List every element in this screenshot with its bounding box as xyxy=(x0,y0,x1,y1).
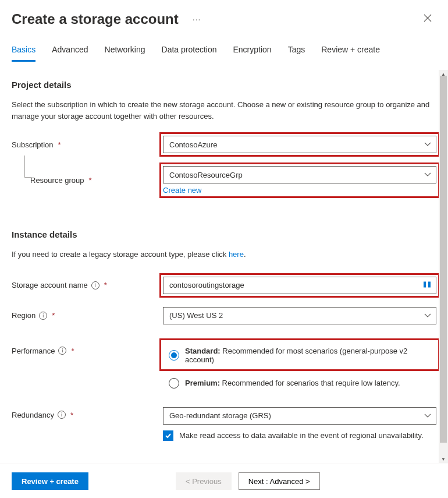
validation-icon xyxy=(423,280,431,290)
radio-unchecked-icon xyxy=(169,378,179,388)
resource-group-select[interactable]: ContosoResourceGrp xyxy=(163,166,436,183)
checkbox-checked-icon xyxy=(163,430,173,441)
tab-review-create[interactable]: Review + create xyxy=(321,40,380,62)
storage-name-label: Storage account name i * xyxy=(12,281,163,289)
legacy-here-link[interactable]: here xyxy=(229,249,244,260)
more-icon[interactable]: ··· xyxy=(193,15,201,24)
read-access-label: Make read access to data available in th… xyxy=(179,431,424,440)
info-icon[interactable]: i xyxy=(58,347,66,355)
radio-checked-icon xyxy=(169,350,179,361)
svg-rect-1 xyxy=(428,281,431,287)
scrollbar[interactable]: ▲ ▼ xyxy=(439,70,448,463)
performance-premium-radio[interactable]: Premium: Recommended for scenarios that … xyxy=(163,373,436,393)
review-create-button[interactable]: Review + create xyxy=(12,472,88,490)
tab-advanced[interactable]: Advanced xyxy=(52,40,88,62)
tree-connector-icon xyxy=(24,156,31,178)
info-icon[interactable]: i xyxy=(91,281,99,289)
tab-bar: Basics Advanced Networking Data protecti… xyxy=(0,40,448,62)
tab-encryption[interactable]: Encryption xyxy=(233,40,272,62)
chevron-down-icon xyxy=(424,142,431,147)
close-icon[interactable] xyxy=(419,10,436,27)
info-icon[interactable]: i xyxy=(58,411,66,419)
next-button[interactable]: Next : Advanced > xyxy=(239,472,320,490)
svg-rect-0 xyxy=(424,281,426,287)
redundancy-label: Redundancy i * xyxy=(12,407,163,419)
resource-group-label: Resource group* xyxy=(12,176,163,185)
tab-data-protection[interactable]: Data protection xyxy=(162,40,217,62)
read-access-checkbox[interactable]: Make read access to data available in th… xyxy=(163,430,436,441)
redundancy-select[interactable]: Geo-redundant storage (GRS) xyxy=(163,407,436,425)
subscription-select[interactable]: ContosoAzure xyxy=(163,136,436,153)
previous-button: < Previous xyxy=(176,472,232,490)
instance-legacy-text: If you need to create a legacy storage a… xyxy=(12,249,431,260)
footer: Review + create < Previous Next : Advanc… xyxy=(0,464,448,498)
chevron-down-icon xyxy=(424,414,431,418)
tab-tags[interactable]: Tags xyxy=(288,40,305,62)
project-details-desc: Select the subscription in which to crea… xyxy=(12,99,431,122)
performance-label: Performance i * xyxy=(12,342,163,355)
create-new-link[interactable]: Create new xyxy=(163,186,201,195)
project-details-heading: Project details xyxy=(12,80,436,90)
chevron-down-icon xyxy=(424,313,431,318)
scrollbar-thumb[interactable] xyxy=(440,76,447,443)
region-label: Region i * xyxy=(12,311,163,320)
storage-name-input[interactable]: contosoroutingstorage xyxy=(163,277,436,294)
instance-details-heading: Instance details xyxy=(12,229,436,239)
tab-basics[interactable]: Basics xyxy=(12,40,35,62)
region-select[interactable]: (US) West US 2 xyxy=(163,307,436,324)
subscription-label: Subscription* xyxy=(12,140,163,149)
scroll-down-icon[interactable]: ▼ xyxy=(439,455,448,463)
chevron-down-icon xyxy=(424,172,431,177)
performance-standard-radio[interactable]: Standard: Recommended for most scenarios… xyxy=(163,342,436,369)
form-content: Project details Select the subscription … xyxy=(0,62,448,470)
page-title: Create a storage account xyxy=(12,11,179,27)
info-icon[interactable]: i xyxy=(39,312,47,320)
tab-networking[interactable]: Networking xyxy=(105,40,145,62)
